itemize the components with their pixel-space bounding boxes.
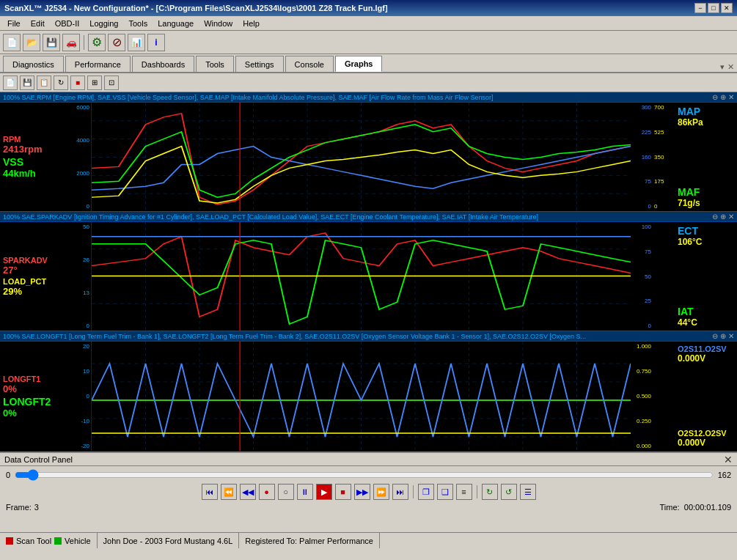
sub-grid-btn[interactable]: ⊞ [87,75,102,90]
menu-window[interactable]: Window [199,18,237,29]
panel3-zoom-out[interactable]: ⊖ [712,332,718,340]
menu-edit[interactable]: Edit [26,18,49,29]
sub-new-btn[interactable]: 📄 [3,75,18,90]
ytick-4000: 4000 [66,137,91,144]
ytick3-r-500: 0.500 [631,393,653,399]
graph-panel-1-right-labels: MAP 86kPa MAF 71g/s [675,103,737,211]
window-controls: − □ ✕ [694,3,733,13]
skip-to-start-button[interactable]: ⏮ [202,484,218,500]
record-button[interactable]: ● [259,484,275,500]
ect-value: 106°C [678,237,703,247]
paste-button[interactable]: ❑ [437,484,453,500]
control-panel-header: Data Control Panel ✕ [0,453,737,466]
rewind-fast-button[interactable]: ⏪ [221,484,237,500]
rpm-label: RPM [3,135,63,144]
stop-button[interactable]: ■ [335,484,351,500]
panel2-zoom-out[interactable]: ⊖ [712,213,718,221]
fast-forward-button[interactable]: ⏩ [373,484,389,500]
play-button[interactable]: ▶ [316,484,332,500]
panel2-zoom-in[interactable]: ⊕ [720,213,726,221]
tab-console[interactable]: Console [285,56,334,72]
graph-panel-1-title: 100% SAE.RPM [Engine RPM], SAE.VSS [Vehi… [3,94,494,101]
tabs-bar: Diagnostics Performance Dashboards Tools… [0,54,737,73]
scan-tool-dot [6,537,13,545]
menu-btn[interactable]: ☰ [520,484,536,500]
undo-btn[interactable]: ↺ [501,484,517,500]
menu-obdii[interactable]: OBD-II [51,18,84,29]
vehicle-button[interactable]: 🚗 [62,34,80,51]
graph-panel-2-y-left: 50 26 13 0 [66,222,92,331]
ytick-6000: 6000 [66,104,91,111]
tabs-close-icon[interactable]: ✕ [727,62,734,72]
menu-tools[interactable]: Tools [124,18,152,29]
ytick-r-300: 300 [631,104,653,111]
tabs-expand-icon[interactable]: ▾ [720,62,725,72]
copy-button[interactable]: ❐ [418,484,434,500]
playback-slider[interactable] [15,469,714,481]
sub-options-btn[interactable]: ⊡ [104,75,119,90]
ytick-2000: 2000 [66,170,91,177]
ytick-0: 0 [66,203,91,210]
menu-help[interactable]: Help [238,18,264,29]
list-button[interactable]: ≡ [456,484,472,500]
o2s12-label: O2S12.O2SV [678,429,727,438]
refresh-btn[interactable]: ↻ [482,484,498,500]
iat-value: 44°C [678,317,697,328]
connect-button[interactable]: ⚙ [88,34,106,51]
graph-panel-1-canvas [92,103,631,211]
open-button[interactable]: 📂 [23,34,40,51]
ytick2-r-0: 0 [631,323,653,329]
iat-label: IAT [678,306,694,317]
tab-tools[interactable]: Tools [196,56,234,72]
control-panel: Data Control Panel ✕ 0 162 ⏮ ⏪ ◀◀ ● ○ ⏸ … [0,452,737,532]
o2s11-section: O2S11.O2SV 0.000V [678,345,727,364]
sub-refresh-btn[interactable]: ↻ [54,75,68,90]
panel1-close[interactable]: ✕ [728,93,734,101]
panel1-zoom-in[interactable]: ⊕ [720,93,726,101]
minimize-button[interactable]: − [694,3,706,13]
info-button[interactable]: i [147,34,165,51]
menu-language[interactable]: Language [153,18,198,29]
panel2-close[interactable]: ✕ [728,213,734,221]
scan-button[interactable]: 📊 [128,34,145,51]
control-panel-close[interactable]: ✕ [724,454,733,465]
ytick-ry-175: 175 [653,178,675,185]
panel3-zoom-in[interactable]: ⊕ [720,332,726,340]
tab-graphs[interactable]: Graphs [335,56,383,72]
save-button[interactable]: 💾 [43,34,60,51]
iat-section: IAT 44°C [678,306,697,328]
menu-file[interactable]: File [3,18,25,29]
longft2-label: LONGFT2 [3,396,63,408]
skip-to-end-button[interactable]: ⏭ [392,484,408,500]
pause-button[interactable]: ⏸ [297,484,313,500]
graph-panel-3-y-right: 1.000 0.750 0.500 0.250 0.000 [631,342,653,451]
loadpct-label: LOAD_PCT [3,277,63,286]
disconnect-button[interactable]: ⊘ [108,34,125,51]
menu-logging[interactable]: Logging [85,18,122,29]
new-button[interactable]: 📄 [3,34,21,51]
maximize-button[interactable]: □ [708,3,719,13]
ytick3-r-750: 0.750 [631,368,653,375]
graph-panel-1-controls: ⊖ ⊕ ✕ [712,93,734,101]
tab-settings[interactable]: Settings [235,56,284,72]
vehicle-label: Vehicle [65,537,90,545]
ytick2-50: 50 [66,224,91,230]
rewind-button[interactable]: ◀◀ [240,484,256,500]
ytick2-13: 13 [66,290,91,296]
frame-value: 3 [34,503,39,512]
sub-save-btn[interactable]: 💾 [20,75,34,90]
tab-diagnostics[interactable]: Diagnostics [3,56,64,72]
panel1-zoom-out[interactable]: ⊖ [712,93,718,101]
close-button[interactable]: ✕ [721,3,733,13]
graph-panel-3-y-right2 [653,342,675,451]
forward-button[interactable]: ▶▶ [354,484,370,500]
panel3-close[interactable]: ✕ [728,332,734,340]
graph-panel-3-header: 100% SAE.LONGFT1 [Long Term Fuel Trim - … [0,331,737,342]
sub-stop-btn[interactable]: ■ [70,75,85,90]
tab-dashboards[interactable]: Dashboards [132,56,194,72]
sub-copy-btn[interactable]: 📋 [37,75,51,90]
ytick-r-0: 0 [631,203,653,210]
tab-performance[interactable]: Performance [65,56,131,72]
ytick2-r-75: 75 [631,248,653,255]
record-stop-button[interactable]: ○ [278,484,294,500]
